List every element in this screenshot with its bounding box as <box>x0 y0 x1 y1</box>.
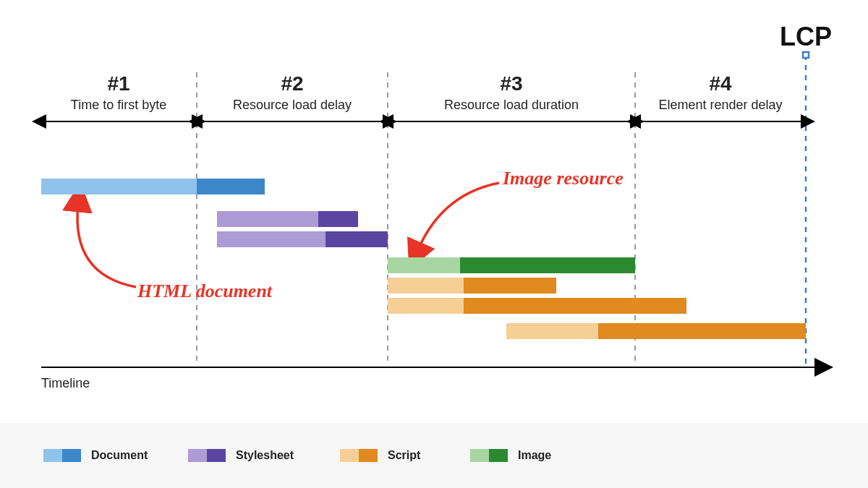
region-1-label: Time to first byte <box>71 98 166 113</box>
bar-css-2 <box>217 231 388 247</box>
bar-js-6 <box>506 323 806 339</box>
legend-item-stylesheet: Stylesheet <box>188 449 294 462</box>
swatch-stylesheet <box>188 449 226 462</box>
annotation-image-resource: Image resource <box>503 168 624 189</box>
legend-label-image: Image <box>518 449 551 462</box>
legend-item-image: Image <box>470 449 551 462</box>
region-3-number: #3 <box>500 72 522 95</box>
swatch-script <box>340 449 378 462</box>
annotation-html-document: HTML document <box>137 281 272 302</box>
diagram-canvas: LCP #1 Time to first byte #2 Resource lo… <box>0 0 868 488</box>
legend: Document Stylesheet Script Image <box>0 423 868 488</box>
timeline-axis-label: Timeline <box>41 376 90 391</box>
region-1-number: #1 <box>107 72 129 95</box>
bar-img-3 <box>388 257 635 273</box>
bar-js-5 <box>388 298 686 314</box>
legend-label-document: Document <box>91 449 148 462</box>
swatch-image <box>470 449 508 462</box>
swatch-document <box>43 449 81 462</box>
legend-label-script: Script <box>388 449 420 462</box>
region-4-number: #4 <box>709 72 731 95</box>
svg-layer <box>0 0 868 488</box>
bar-css-1 <box>217 211 358 227</box>
svg-rect-4 <box>803 52 809 58</box>
region-2-label: Resource load delay <box>233 98 352 113</box>
legend-item-document: Document <box>43 449 148 462</box>
region-3-label: Resource load duration <box>444 98 579 113</box>
region-4-label: Element render delay <box>658 98 782 113</box>
bar-doc-0 <box>41 179 265 194</box>
region-2-number: #2 <box>281 72 303 95</box>
bar-js-4 <box>388 278 556 294</box>
lcp-title: LCP <box>780 22 832 52</box>
legend-label-stylesheet: Stylesheet <box>236 449 294 462</box>
legend-item-script: Script <box>340 449 420 462</box>
